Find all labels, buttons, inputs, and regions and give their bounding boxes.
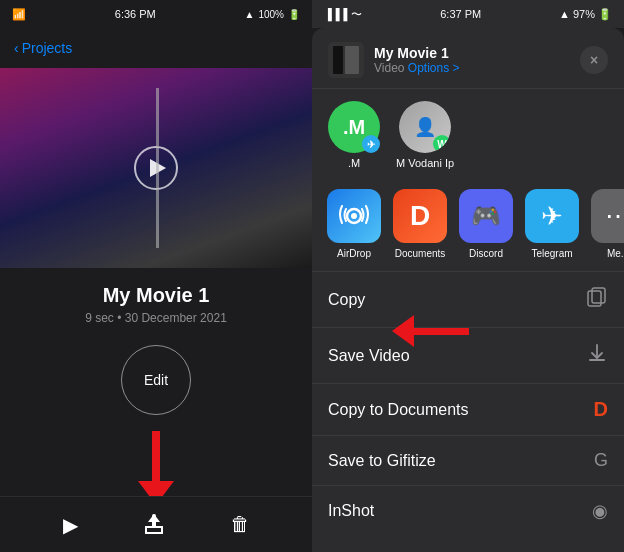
share-subtitle: Video Options > bbox=[374, 61, 580, 75]
red-arrow-right-container bbox=[392, 315, 469, 347]
movie-title: My Movie 1 bbox=[0, 284, 312, 307]
action-inshot[interactable]: InShot ◉ bbox=[312, 486, 624, 536]
share-sheet: My Movie 1 Video Options > × .M ✈ bbox=[312, 28, 624, 552]
bottom-toolbar: ▶ 🗑 bbox=[0, 496, 312, 552]
app-discord[interactable]: 🎮 Discord bbox=[458, 189, 514, 259]
share-toolbar-icon[interactable] bbox=[143, 514, 165, 536]
apps-row: AirDrop D Documents 🎮 Discord ✈ Telegram bbox=[312, 181, 624, 272]
action-copy-documents[interactable]: Copy to Documents D bbox=[312, 384, 624, 436]
discord-label: Discord bbox=[469, 248, 503, 259]
red-arrow-right bbox=[392, 315, 469, 347]
contact-item-m[interactable]: .M ✈ .M bbox=[328, 101, 380, 169]
copy-documents-icon: D bbox=[594, 398, 608, 421]
time-left: 6:36 PM bbox=[115, 8, 156, 20]
left-panel: 📶 6:36 PM ▲ 100% 🔋 ‹ Projects My Movie 1 bbox=[0, 0, 312, 552]
play-toolbar-icon[interactable]: ▶ bbox=[63, 513, 78, 537]
contacts-row: .M ✈ .M 👤 W M Vodani Ip bbox=[312, 89, 624, 181]
documents-label: Documents bbox=[395, 248, 446, 259]
arrow-head-right bbox=[392, 315, 414, 347]
action-list: Copy Save Video bbox=[312, 272, 624, 552]
contact-name-vodani: M Vodani Ip bbox=[396, 157, 454, 169]
save-gifitize-icon: G bbox=[594, 450, 608, 471]
film-black bbox=[333, 46, 343, 74]
chevron-left-icon: ‹ bbox=[14, 40, 19, 56]
delete-icon: 🗑 bbox=[230, 513, 250, 536]
contact-item-vodani[interactable]: 👤 W M Vodani Ip bbox=[396, 101, 454, 169]
copy-label: Copy bbox=[328, 291, 365, 309]
save-video-icon bbox=[586, 342, 608, 369]
inshot-icon: ◉ bbox=[592, 500, 608, 522]
signal-icon: ▐▐▐ bbox=[324, 8, 347, 20]
movie-icon-small bbox=[328, 42, 364, 78]
video-thumbnail[interactable] bbox=[0, 68, 312, 268]
copy-documents-label: Copy to Documents bbox=[328, 401, 469, 419]
documents-icon: D bbox=[393, 189, 447, 243]
delete-toolbar-icon[interactable]: 🗑 bbox=[230, 513, 250, 536]
wifi-icon-right: 〜 bbox=[351, 7, 362, 22]
arrow-shaft-right bbox=[414, 328, 469, 335]
airdrop-icon bbox=[327, 189, 381, 243]
signal-area: ▐▐▐ 〜 bbox=[324, 7, 362, 22]
app-more[interactable]: ⋯ Me... bbox=[590, 189, 624, 259]
status-bar-left: 📶 6:36 PM ▲ 100% 🔋 bbox=[0, 0, 312, 28]
edit-button-container: Edit bbox=[0, 345, 312, 415]
svg-rect-2 bbox=[145, 526, 163, 528]
play-icon: ▶ bbox=[63, 513, 78, 537]
app-telegram[interactable]: ✈ Telegram bbox=[524, 189, 580, 259]
movie-info: My Movie 1 9 sec • 30 December 2021 bbox=[0, 268, 312, 333]
edit-button[interactable]: Edit bbox=[121, 345, 191, 415]
airdrop-label: AirDrop bbox=[337, 248, 371, 259]
options-label[interactable]: Options > bbox=[408, 61, 460, 75]
share-icon bbox=[143, 514, 165, 536]
contact-avatar-m: .M ✈ bbox=[328, 101, 380, 153]
back-label: Projects bbox=[22, 40, 73, 56]
telegram-badge: ✈ bbox=[362, 135, 380, 153]
red-arrow-left bbox=[0, 431, 312, 505]
status-icons-left: ▲ 100% 🔋 bbox=[245, 9, 300, 20]
save-video-label: Save Video bbox=[328, 347, 410, 365]
film-strip bbox=[333, 46, 359, 74]
close-button[interactable]: × bbox=[580, 46, 608, 74]
battery-percent-right: 97% bbox=[573, 8, 595, 20]
contact-initial-m: .M bbox=[343, 116, 365, 139]
app-documents[interactable]: D Documents bbox=[392, 189, 448, 259]
telegram-label: Telegram bbox=[531, 248, 572, 259]
nav-header: ‹ Projects bbox=[0, 28, 312, 68]
whatsapp-badge: W bbox=[433, 135, 451, 153]
more-label: Me... bbox=[607, 248, 624, 259]
battery-icon-right: 🔋 bbox=[598, 8, 612, 21]
svg-rect-5 bbox=[145, 532, 163, 534]
svg-rect-10 bbox=[589, 359, 605, 361]
wifi-signal-icon: 📶 bbox=[12, 8, 26, 21]
location-icon-right: ▲ bbox=[559, 8, 570, 20]
back-button[interactable]: ‹ Projects bbox=[14, 40, 72, 56]
discord-icon: 🎮 bbox=[459, 189, 513, 243]
share-title-area: My Movie 1 Video Options > bbox=[374, 45, 580, 75]
battery-icon-left: 🔋 bbox=[288, 9, 300, 20]
arrow-shaft bbox=[152, 431, 160, 481]
close-icon: × bbox=[590, 52, 598, 68]
svg-marker-1 bbox=[148, 514, 160, 522]
time-right: 6:37 PM bbox=[440, 8, 481, 20]
battery-left: 100% bbox=[258, 9, 284, 20]
right-panel: ▐▐▐ 〜 6:37 PM ▲ 97% 🔋 My bbox=[312, 0, 624, 552]
save-gifitize-label: Save to Gifitize bbox=[328, 452, 436, 470]
app-airdrop[interactable]: AirDrop bbox=[326, 189, 382, 259]
svg-point-7 bbox=[351, 213, 357, 219]
video-label: Video bbox=[374, 61, 404, 75]
movie-meta: 9 sec • 30 December 2021 bbox=[0, 311, 312, 325]
film-gray bbox=[345, 46, 359, 74]
inshot-label: InShot bbox=[328, 502, 374, 520]
telegram-icon: ✈ bbox=[525, 189, 579, 243]
contact-avatar-vodani: 👤 W bbox=[399, 101, 451, 153]
airdrop-svg bbox=[339, 201, 369, 231]
location-icon: ▲ bbox=[245, 9, 255, 20]
thumbnail-line bbox=[156, 88, 159, 248]
action-save-gifitize[interactable]: Save to Gifitize G bbox=[312, 436, 624, 486]
copy-icon bbox=[586, 286, 608, 313]
more-apps-icon: ⋯ bbox=[591, 189, 624, 243]
status-bar-right: ▐▐▐ 〜 6:37 PM ▲ 97% 🔋 bbox=[312, 0, 624, 28]
share-header: My Movie 1 Video Options > × bbox=[312, 28, 624, 89]
share-movie-title: My Movie 1 bbox=[374, 45, 580, 61]
battery-area-right: ▲ 97% 🔋 bbox=[559, 8, 612, 21]
